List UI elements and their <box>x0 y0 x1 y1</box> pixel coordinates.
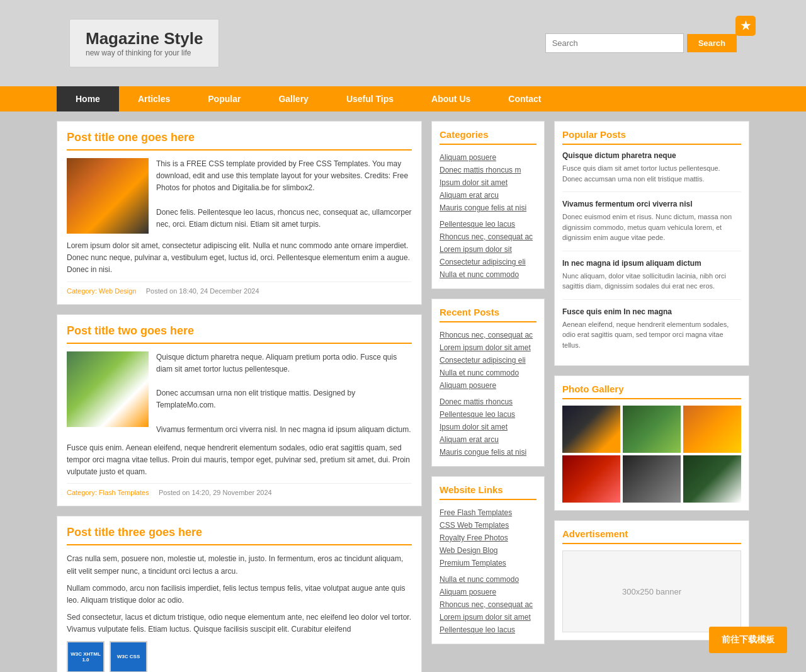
cat-link-9[interactable]: Consectetur adipiscing eli <box>440 256 536 268</box>
post-1-intro: This is a FREE CSS template provided by … <box>156 158 412 234</box>
post-2-meta: Category: Flash Templates Posted on 14:2… <box>67 483 412 496</box>
rp-link-4[interactable]: Aliquam posuere <box>440 379 536 392</box>
recent-posts-links: Rhoncus nec, consequat ac Lorem ipsum do… <box>440 329 536 458</box>
wl-link-0[interactable]: Free Flash Templates <box>440 506 536 519</box>
photo-gallery-box: Photo Gallery <box>554 375 749 511</box>
post-1-full: Lorem ipsum dolor sit amet, consectetur … <box>67 240 412 276</box>
rp-link-6[interactable]: Donec mattis rhoncus <box>440 396 536 408</box>
popular-post-0: Quisque dictum pharetra neque Fusce quis… <box>562 151 741 192</box>
pp-text-3: Aenean eleifend, neque hendrerit element… <box>562 319 741 351</box>
advertisement-title: Advertisement <box>562 528 741 544</box>
right-sidebar: Popular Posts Quisque dictum pharetra ne… <box>554 121 749 672</box>
gallery-item-5[interactable] <box>623 455 681 503</box>
middle-sidebar: Categories Aliquam posuere Donec mattis … <box>431 121 545 672</box>
cat-link-7[interactable]: Rhoncus nec, consequat ac <box>440 231 536 243</box>
wl-link-6[interactable]: Nulla et nunc commodo <box>440 573 536 586</box>
photo-gallery-grid <box>562 406 741 503</box>
wl-link-2[interactable]: Royalty Free Photos <box>440 532 536 544</box>
website-links: Free Flash Templates CSS Web Templates R… <box>440 506 536 636</box>
cat-link-4[interactable]: Mauris congue felis at nisi <box>440 202 536 214</box>
download-button[interactable]: 前往下载模板 <box>709 627 787 653</box>
post-1-category[interactable]: Category: Web Design <box>67 287 136 295</box>
rp-link-7[interactable]: Pellentesque leo lacus <box>440 408 536 421</box>
site-title-box: Magazine Style new way of thinking for y… <box>69 19 219 67</box>
pp-title-1: Vivamus fermentum orci viverra nisl <box>562 200 741 208</box>
gallery-item-3[interactable] <box>683 406 741 453</box>
recent-posts-box: Recent Posts Rhoncus nec, consequat ac L… <box>431 299 545 467</box>
pp-text-0: Fusce quis diam sit amet tortor luctus p… <box>562 163 741 184</box>
content-area: Post title one goes here This is a FREE … <box>57 121 422 672</box>
cat-link-2[interactable]: Ipsum dolor sit amet <box>440 176 536 189</box>
nav-useful-tips[interactable]: Useful Tips <box>327 86 412 111</box>
website-links-title: Website Links <box>440 484 536 500</box>
gallery-item-1[interactable] <box>562 406 620 453</box>
site-title: Magazine Style <box>86 29 203 48</box>
popular-posts-box: Popular Posts Quisque dictum pharetra ne… <box>554 121 749 366</box>
wl-link-1[interactable]: CSS Web Templates <box>440 519 536 532</box>
search-area: Search <box>545 33 737 53</box>
rp-link-10[interactable]: Mauris congue felis at nisi <box>440 446 536 458</box>
wl-link-9[interactable]: Lorem ipsum dolor sit amet <box>440 611 536 624</box>
navigation: Home Articles Popular Gallery Useful Tip… <box>0 86 806 111</box>
gallery-item-4[interactable] <box>562 455 620 503</box>
nav-gallery[interactable]: Gallery <box>259 86 327 111</box>
post-2-date: Posted on 14:20, 29 November 2024 <box>159 489 272 496</box>
cat-link-0[interactable]: Aliquam posuere <box>440 151 536 164</box>
cat-link-3[interactable]: Aliquam erat arcu <box>440 189 536 202</box>
rp-link-9[interactable]: Aliquam erat arcu <box>440 433 536 446</box>
wl-link-3[interactable]: Web Design Blog <box>440 544 536 557</box>
rss-icon[interactable]: ★ <box>735 16 756 36</box>
cat-link-1[interactable]: Donec mattis rhoncus m <box>440 164 536 176</box>
website-links-box: Website Links Free Flash Templates CSS W… <box>431 476 545 644</box>
nav-articles[interactable]: Articles <box>119 86 189 111</box>
wl-link-4[interactable]: Premium Templates <box>440 557 536 569</box>
cat-link-6[interactable]: Pellentesque leo lacus <box>440 218 536 231</box>
rp-link-0[interactable]: Rhoncus nec, consequat ac <box>440 329 536 341</box>
main-content: Post title one goes here This is a FREE … <box>57 121 749 672</box>
rp-link-1[interactable]: Lorem ipsum dolor sit amet <box>440 341 536 354</box>
pp-text-2: Nunc aliquam, dolor vitae sollicitudin l… <box>562 271 741 292</box>
gallery-item-2[interactable] <box>623 406 681 453</box>
post-3-para3: Sed consectetur, lacus et dictum tristiq… <box>67 612 412 635</box>
popular-posts-title: Popular Posts <box>562 129 741 145</box>
rp-link-8[interactable]: Ipsum dolor sit amet <box>440 421 536 433</box>
post-1-image <box>67 158 149 234</box>
pp-title-2: In nec magna id ipsum aliquam dictum <box>562 259 741 268</box>
popular-post-1: Vivamus fermentum orci viverra nisl Done… <box>562 200 741 251</box>
popular-post-3: Fusce quis enim In nec magna Aenean elei… <box>562 307 741 358</box>
wl-link-10[interactable]: Pellentesque leo lacus <box>440 624 536 636</box>
post-2: Post title two goes here Quisque dictum … <box>57 314 422 507</box>
post-3-para2: Nullam commodo, arcu non facilisis imper… <box>67 583 412 607</box>
post-2-title: Post title two goes here <box>67 324 412 344</box>
categories-box: Categories Aliquam posuere Donec mattis … <box>431 121 545 289</box>
nav-popular[interactable]: Popular <box>189 86 259 111</box>
post-2-image <box>67 351 149 427</box>
pp-text-1: Donec euismod enim et risus. Nunc dictum… <box>562 212 741 243</box>
site-subtitle: new way of thinking for your life <box>86 48 203 57</box>
nav-home[interactable]: Home <box>57 86 119 111</box>
pp-title-0: Quisque dictum pharetra neque <box>562 151 741 160</box>
photo-gallery-title: Photo Gallery <box>562 384 741 399</box>
wl-link-8[interactable]: Rhoncus nec, consequat ac <box>440 598 536 611</box>
post-2-category[interactable]: Category: Flash Templates <box>67 489 149 496</box>
css-badge: W3C CSS <box>110 641 147 672</box>
gallery-item-6[interactable] <box>683 455 741 503</box>
nav-about-us[interactable]: About Us <box>412 86 489 111</box>
ad-banner: 300x250 banner <box>562 550 741 632</box>
rp-link-3[interactable]: Nulla et nunc commodo <box>440 367 536 379</box>
wl-link-7[interactable]: Aliquam posuere <box>440 586 536 598</box>
post-2-intro: Quisque dictum pharetra neque. Aliquam p… <box>156 351 412 436</box>
search-input[interactable] <box>545 33 684 53</box>
rp-link-2[interactable]: Consectetur adipiscing eli <box>440 354 536 367</box>
post-3-para1: Cras nulla sem, posuere non, molestie ut… <box>67 553 412 577</box>
xhtml-badge: W3C XHTML 1.0 <box>67 641 105 672</box>
search-button[interactable]: Search <box>687 34 737 52</box>
cat-link-10[interactable]: Nulla et nunc commodo <box>440 268 536 281</box>
post-1: Post title one goes here This is a FREE … <box>57 121 422 305</box>
post-1-meta: Category: Web Design Posted on 18:40, 24… <box>67 282 412 295</box>
nav-contact[interactable]: Contact <box>489 86 560 111</box>
header: ★ Magazine Style new way of thinking for… <box>0 0 806 86</box>
post-1-thumbnail <box>67 158 149 234</box>
pp-title-3: Fusce quis enim In nec magna <box>562 307 741 316</box>
cat-link-8[interactable]: Lorem ipsum dolor sit <box>440 243 536 256</box>
